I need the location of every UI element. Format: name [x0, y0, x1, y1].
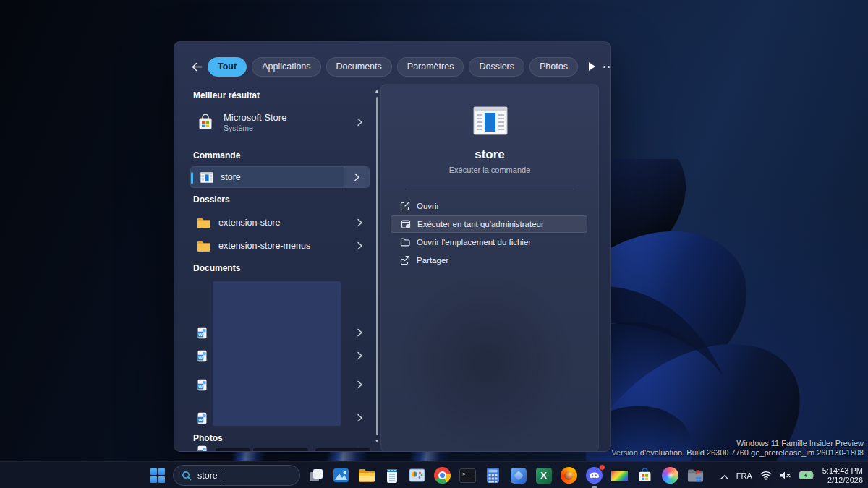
- section-header-command: Commande: [193, 150, 240, 160]
- discord-button[interactable]: [584, 466, 604, 485]
- insider-watermark: Windows 11 Famille Insider Preview Versi…: [611, 439, 864, 457]
- photos-app-button[interactable]: [331, 466, 351, 485]
- wifi-icon[interactable]: [760, 471, 772, 480]
- file-explorer-icon: [358, 468, 375, 483]
- excel-icon: X: [536, 468, 552, 484]
- terminal-button[interactable]: >_: [458, 466, 477, 485]
- search-flyout-panel: Tout Applications Documents Paramètres D…: [174, 41, 611, 452]
- preview-subtitle: Exécuter la commande: [381, 166, 598, 174]
- result-title: extension-store: [218, 218, 280, 228]
- task-view-button[interactable]: [306, 466, 326, 485]
- clock-date: 2/12/2026: [822, 476, 863, 485]
- result-extension-store-menus[interactable]: extension-store-menus: [190, 235, 370, 257]
- scroll-down-icon[interactable]: ▼: [374, 438, 380, 444]
- microsoft-store-button[interactable]: [635, 466, 655, 485]
- ellipsis-icon: [608, 66, 610, 68]
- notepad-button[interactable]: [382, 466, 401, 485]
- more-options-button[interactable]: [600, 61, 611, 72]
- chrome-button[interactable]: [433, 466, 452, 485]
- svg-text:W: W: [198, 417, 203, 421]
- chevron-right-icon[interactable]: [357, 328, 363, 337]
- tab-tout[interactable]: Tout: [208, 57, 247, 77]
- run-command-icon: [200, 172, 213, 183]
- copilot-button[interactable]: [660, 466, 680, 485]
- result-title: Microsoft Store: [224, 112, 286, 123]
- dev-app-icon: [511, 468, 527, 484]
- firefox-button[interactable]: [559, 466, 579, 485]
- section-header-photos: Photos: [193, 433, 223, 443]
- result-title: store: [221, 172, 241, 182]
- watermark-line2: Version d'évaluation. Build 26300.7760.g…: [611, 448, 864, 458]
- chevron-right-icon[interactable]: [357, 380, 363, 389]
- calculator-icon: [486, 467, 500, 484]
- color-film-icon: [611, 468, 628, 483]
- word-document-icon: W: [196, 412, 208, 424]
- result-microsoft-store[interactable]: Microsoft Store Système: [190, 106, 370, 139]
- share-icon: [400, 255, 410, 265]
- result-extension-store[interactable]: extension-store: [190, 212, 370, 234]
- tray-overflow-button[interactable]: [720, 469, 728, 482]
- result-document-1[interactable]: W: [190, 324, 370, 341]
- action-open-file-location[interactable]: Ouvrir l'emplacement du fichier: [391, 234, 587, 251]
- chevron-up-icon: [720, 475, 728, 479]
- action-run-as-admin[interactable]: Exécuter en tant qu'administrateur: [391, 215, 587, 233]
- dev-app-button[interactable]: [509, 466, 528, 485]
- watermark-line1: Windows 11 Famille Insider Preview: [611, 439, 864, 448]
- color-film-button[interactable]: [610, 466, 629, 485]
- tab-photos[interactable]: Photos: [529, 57, 578, 77]
- action-label: Partager: [417, 256, 448, 265]
- tab-dossiers[interactable]: Dossiers: [469, 57, 524, 77]
- photo-thumbnail-1[interactable]: [215, 448, 250, 452]
- paint-button[interactable]: [407, 466, 427, 485]
- language-indicator[interactable]: FRA: [736, 471, 752, 480]
- section-header-best-match: Meilleur résultat: [193, 90, 260, 100]
- microsoft-store-icon: [637, 467, 653, 484]
- result-document-2[interactable]: W: [190, 347, 370, 364]
- windows-start-icon: [150, 468, 165, 483]
- copilot-icon: [662, 467, 678, 484]
- action-label: Exécuter en tant qu'administrateur: [417, 220, 544, 228]
- photo-thumbnail-3[interactable]: [315, 448, 371, 452]
- excel-button[interactable]: X: [534, 466, 553, 485]
- section-header-folders: Dossiers: [193, 194, 230, 205]
- chevron-right-icon[interactable]: [357, 414, 363, 422]
- play-icon[interactable]: [589, 62, 595, 71]
- installer-folder-button[interactable]: [686, 466, 705, 485]
- chevron-right-icon[interactable]: [357, 241, 363, 250]
- calculator-button[interactable]: [483, 466, 503, 485]
- chevron-right-icon[interactable]: [357, 118, 363, 127]
- tab-parametres[interactable]: Paramètres: [397, 57, 464, 77]
- start-button[interactable]: [148, 466, 167, 485]
- firefox-icon: [561, 467, 577, 484]
- battery-icon[interactable]: [799, 471, 814, 479]
- taskbar-search-input[interactable]: store: [173, 465, 300, 486]
- expand-chevron-button[interactable]: [344, 167, 369, 187]
- result-document-4[interactable]: W: [190, 409, 370, 427]
- results-scrollbar[interactable]: ▲ ▼: [374, 87, 380, 445]
- result-title: extension-store-menus: [218, 241, 310, 251]
- svg-text:W: W: [198, 332, 203, 336]
- photos-app-icon: [333, 467, 349, 484]
- notification-badge: [599, 464, 605, 471]
- scrollbar-thumb[interactable]: [376, 97, 378, 435]
- run-command-icon: [473, 106, 508, 135]
- preview-title: store: [381, 147, 598, 162]
- task-view-icon: [308, 468, 324, 484]
- volume-muted-icon[interactable]: [780, 471, 791, 480]
- photo-thumbnail-2[interactable]: Communication: [252, 448, 309, 452]
- scroll-up-icon[interactable]: ▲: [374, 88, 380, 94]
- tab-applications[interactable]: Applications: [252, 57, 320, 77]
- action-ouvrir[interactable]: Ouvrir: [391, 197, 587, 215]
- microsoft-store-icon: [196, 113, 215, 132]
- chevron-right-icon[interactable]: [357, 351, 363, 360]
- taskbar-clock[interactable]: 5:14:43 PM 2/12/2026: [822, 466, 863, 484]
- result-document-3[interactable]: W: [190, 376, 370, 393]
- action-label: Ouvrir: [417, 202, 439, 210]
- installer-folder-icon: [687, 468, 704, 483]
- chevron-right-icon[interactable]: [357, 218, 363, 227]
- action-partager[interactable]: Partager: [391, 252, 587, 269]
- back-button[interactable]: [192, 57, 203, 76]
- tab-documents[interactable]: Documents: [326, 57, 392, 77]
- file-explorer-button[interactable]: [357, 466, 376, 485]
- result-store-command[interactable]: store: [190, 166, 370, 188]
